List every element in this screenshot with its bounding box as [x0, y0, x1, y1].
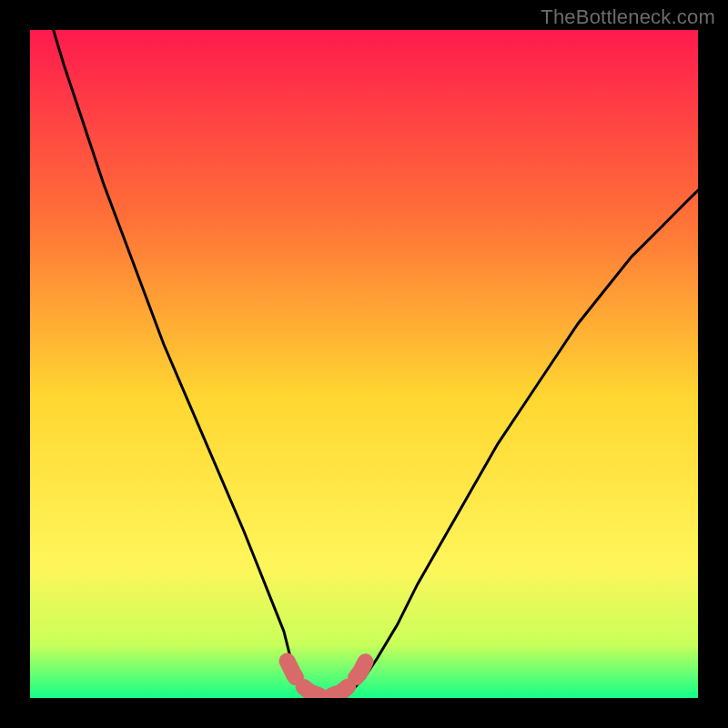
heat-background [30, 30, 698, 698]
chart-canvas [30, 30, 698, 698]
watermark-text: TheBottleneck.com [541, 5, 715, 29]
outer-frame: TheBottleneck.com [0, 0, 728, 728]
plot-area [30, 30, 698, 698]
